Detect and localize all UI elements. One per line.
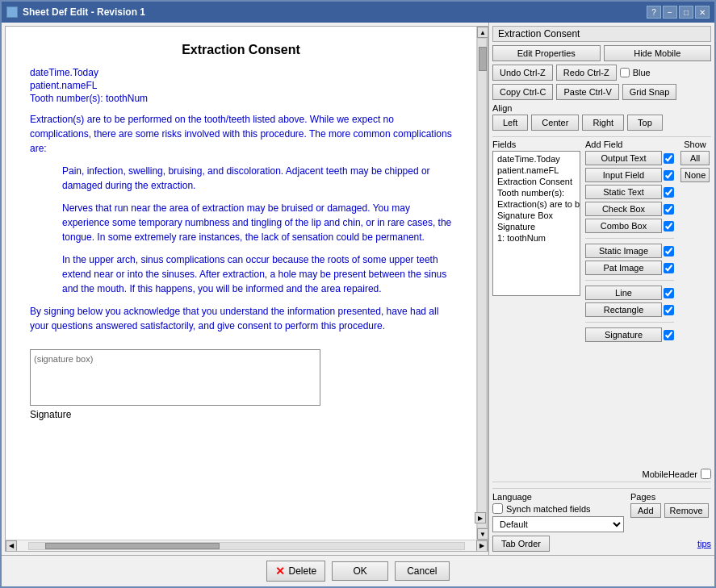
field-item-sig-box[interactable]: Signature Box <box>495 210 578 221</box>
grid-snap-button[interactable]: Grid Snap <box>622 84 677 100</box>
doc-field-name: patient.nameFL <box>30 80 452 91</box>
signature-checkbox[interactable] <box>664 330 674 340</box>
synch-checkbox[interactable] <box>492 503 503 514</box>
align-left-button[interactable]: Left <box>492 115 528 131</box>
line-button[interactable]: Line <box>585 286 662 300</box>
delete-label: Delete <box>288 565 316 577</box>
section-header: Extraction Consent <box>492 26 711 42</box>
pat-image-checkbox[interactable] <box>664 263 674 273</box>
input-field-row: Input Field <box>585 168 674 182</box>
language-select-row: Default <box>492 516 624 532</box>
scroll-up-button[interactable]: ▲ <box>477 27 488 38</box>
corner-scroll-button[interactable]: ▶ <box>475 512 486 523</box>
horizontal-scrollbar[interactable]: ◀ ▶ <box>6 540 488 551</box>
undo-button[interactable]: Undo Ctrl-Z <box>492 65 553 81</box>
language-select[interactable]: Default <box>492 516 624 532</box>
combo-box-checkbox[interactable] <box>664 221 674 231</box>
doc-para-2: Pain, infection, swelling, bruising, and… <box>62 164 452 193</box>
delete-button[interactable]: ✕ Delete <box>266 561 325 582</box>
hide-mobile-button[interactable]: Hide Mobile <box>604 45 712 61</box>
h-scroll-track[interactable] <box>28 542 465 550</box>
static-image-button[interactable]: Static Image <box>585 244 662 258</box>
mobile-header-label: MobileHeader <box>643 469 697 479</box>
show-none-button[interactable]: None <box>680 168 710 182</box>
fields-list[interactable]: dateTime.Today patient.nameFL Extraction… <box>492 151 580 296</box>
help-button[interactable]: ? <box>647 6 661 19</box>
field-item-toothnum[interactable]: 1: toothNum <box>495 232 578 244</box>
close-button[interactable]: ✕ <box>695 6 710 19</box>
output-text-checkbox[interactable] <box>664 153 674 164</box>
static-image-row: Static Image <box>585 244 674 258</box>
ok-button[interactable]: OK <box>332 561 388 581</box>
add-field-buttons: Output Text Input Field Static Text <box>585 151 674 342</box>
field-item-datetime[interactable]: dateTime.Today <box>495 153 578 165</box>
align-label: Align <box>492 103 711 113</box>
scroll-thumb[interactable] <box>479 47 487 71</box>
doc-title: Extraction Consent <box>30 43 452 57</box>
minimize-button[interactable]: − <box>663 6 677 19</box>
rectangle-button[interactable]: Rectangle <box>585 302 662 317</box>
align-center-button[interactable]: Center <box>531 115 579 131</box>
static-image-checkbox[interactable] <box>664 246 674 256</box>
output-text-button[interactable]: Output Text <box>585 151 662 165</box>
input-field-button[interactable]: Input Field <box>585 168 662 182</box>
separator-addfield-3 <box>585 322 674 323</box>
scroll-left-button[interactable]: ◀ <box>6 540 17 552</box>
pages-add-button[interactable]: Add <box>630 503 661 518</box>
pages-buttons: Add Remove <box>630 503 711 518</box>
doc-para-4: In the upper arch, sinus complications c… <box>62 252 452 296</box>
align-buttons: Left Center Right Top <box>492 115 711 131</box>
window-title: Sheet Def Edit - Revision 1 <box>23 6 145 18</box>
static-text-checkbox[interactable] <box>664 187 674 198</box>
signature-row: Signature <box>585 327 674 342</box>
line-checkbox[interactable] <box>664 288 674 298</box>
maximize-button[interactable]: □ <box>679 6 693 19</box>
check-box-button[interactable]: Check Box <box>585 202 662 216</box>
tab-order-button[interactable]: Tab Order <box>492 536 550 552</box>
signature-button[interactable]: Signature <box>585 327 662 342</box>
document-preview: Extraction Consent dateTime.Today patien… <box>6 27 476 540</box>
right-panel: Extraction Consent Edit Properties Hide … <box>488 23 714 555</box>
h-scroll-thumb[interactable] <box>45 543 220 549</box>
align-top-button[interactable]: Top <box>627 115 663 131</box>
cancel-button[interactable]: Cancel <box>395 561 449 581</box>
doc-para-3: Nerves that run near the area of extract… <box>62 201 452 244</box>
edit-properties-button[interactable]: Edit Properties <box>492 45 601 61</box>
pat-image-button[interactable]: Pat Image <box>585 261 662 275</box>
paste-button[interactable]: Paste Ctrl-V <box>556 84 618 100</box>
copy-button[interactable]: Copy Ctrl-C <box>492 84 553 100</box>
scroll-down-button[interactable]: ▼ <box>477 528 488 540</box>
field-item-sig[interactable]: Signature <box>495 221 578 232</box>
blue-checkbox[interactable] <box>620 68 630 77</box>
pages-label: Pages <box>630 492 711 502</box>
field-item-extractions[interactable]: Extraction(s) are to be perfor <box>495 198 578 210</box>
tips-link[interactable]: tips <box>697 539 711 548</box>
rectangle-checkbox[interactable] <box>664 305 674 315</box>
window-controls: ? − □ ✕ <box>647 6 710 19</box>
show-all-button[interactable]: All <box>680 151 710 165</box>
combo-box-button[interactable]: Combo Box <box>585 219 662 233</box>
redo-button[interactable]: Redo Ctrl-Z <box>556 65 617 81</box>
static-text-button[interactable]: Static Text <box>585 185 662 199</box>
signature-box-label: (signature box) <box>34 354 93 364</box>
mobile-header-checkbox[interactable] <box>701 469 711 479</box>
add-field-label: Add Field <box>585 140 674 149</box>
main-content: Extraction Consent dateTime.Today patien… <box>2 23 714 555</box>
field-item-extraction-consent[interactable]: Extraction Consent <box>495 176 578 187</box>
synch-row: Synch matched fields <box>492 503 624 514</box>
scroll-track[interactable] <box>477 38 487 528</box>
rectangle-row: Rectangle <box>585 302 674 317</box>
pat-image-row: Pat Image <box>585 261 674 275</box>
vertical-scrollbar[interactable]: ▲ ▼ <box>476 27 488 540</box>
field-item-tooth[interactable]: Tooth number(s): <box>495 187 578 198</box>
pages-remove-button[interactable]: Remove <box>664 503 709 518</box>
separator-1 <box>492 136 711 137</box>
check-box-checkbox[interactable] <box>664 204 674 215</box>
scroll-right-button[interactable]: ▶ <box>476 540 488 552</box>
add-field-section: Add Field Output Text Input Field Static… <box>585 140 674 465</box>
output-text-row: Output Text <box>585 151 674 165</box>
static-text-row: Static Text <box>585 185 674 199</box>
field-item-namfl[interactable]: patient.nameFL <box>495 165 578 176</box>
input-field-checkbox[interactable] <box>664 170 674 181</box>
align-right-button[interactable]: Right <box>582 115 624 131</box>
